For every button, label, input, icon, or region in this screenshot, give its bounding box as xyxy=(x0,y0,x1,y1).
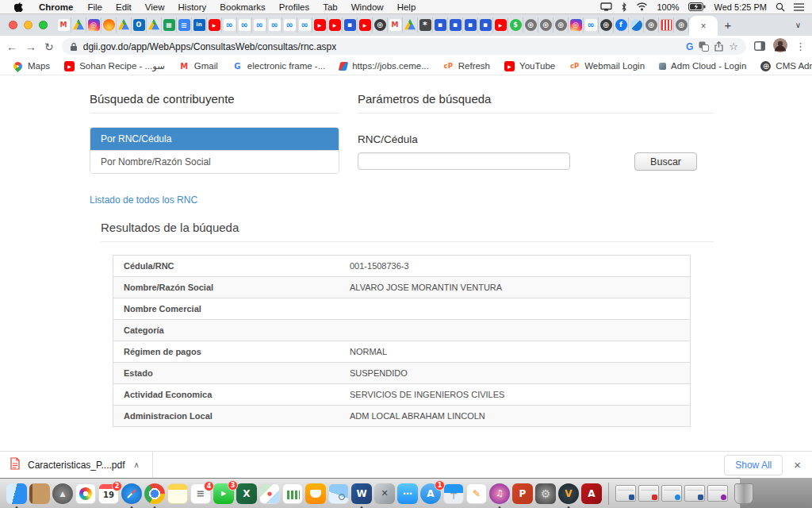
minimized-window-itunes-window[interactable] xyxy=(707,485,728,502)
bookmark-youtube[interactable]: Sohan Recipe - ...سو xyxy=(58,59,171,73)
browser-tab-bluewave[interactable] xyxy=(629,17,644,33)
dock-icon-chrome[interactable] xyxy=(144,483,165,504)
browser-tab-globe[interactable] xyxy=(674,17,689,33)
display-mirroring-icon[interactable] xyxy=(600,2,612,11)
menu-item-History[interactable]: History xyxy=(178,2,207,12)
apple-icon[interactable] xyxy=(14,2,23,12)
menu-item-Tab[interactable]: Tab xyxy=(323,2,338,12)
search-type-option[interactable]: Por RNC/Cédula xyxy=(90,128,339,150)
browser-tab-linkedin[interactable] xyxy=(192,17,207,33)
lock-icon[interactable] xyxy=(70,42,78,52)
minimized-window-word-doc[interactable] xyxy=(615,485,636,502)
browser-tab-bluesq[interactable] xyxy=(478,17,493,33)
dock-icon-vault[interactable]: V xyxy=(558,483,579,504)
menu-item-Profiles[interactable]: Profiles xyxy=(279,2,309,12)
dock-icon-system-preferences[interactable] xyxy=(535,483,556,504)
browser-tab-gear[interactable] xyxy=(418,17,433,33)
search-type-option[interactable]: Por Nombre/Razón Social xyxy=(90,150,339,173)
browser-tab-stripes[interactable] xyxy=(659,17,674,33)
new-tab-button[interactable]: + xyxy=(718,14,738,35)
close-download-bar-icon[interactable]: × xyxy=(794,459,801,471)
menu-item-Help[interactable]: Help xyxy=(397,2,416,12)
battery-charging-icon[interactable] xyxy=(688,2,706,11)
dock-icon-itunes[interactable] xyxy=(489,483,510,504)
browser-tab-gmail[interactable] xyxy=(56,17,71,33)
dock-icon-maps[interactable] xyxy=(259,483,280,504)
browser-tab-docs[interactable] xyxy=(177,17,192,33)
back-button[interactable]: ← xyxy=(6,41,17,52)
dock-icon-ibooks[interactable] xyxy=(305,483,326,504)
reload-button[interactable]: ↻ xyxy=(44,41,54,52)
browser-tab-youtube[interactable] xyxy=(207,17,222,33)
dock-icon-calendar[interactable]: 19 2 xyxy=(98,483,119,504)
listado-rnc-link[interactable]: Listado de todos los RNC xyxy=(90,194,197,206)
dock-icon-preview[interactable] xyxy=(328,483,349,504)
translate-icon[interactable] xyxy=(699,41,709,52)
bookmark-star-icon[interactable]: ☆ xyxy=(729,40,738,52)
bookmark-maps-pin[interactable]: Maps xyxy=(6,60,56,73)
browser-tab-youtube[interactable] xyxy=(312,17,327,33)
menu-item-File[interactable]: File xyxy=(87,2,102,12)
dock-icon-acrobat[interactable]: A xyxy=(581,483,602,504)
share-icon[interactable] xyxy=(714,41,723,52)
bookmark-gmail[interactable]: Gmail xyxy=(173,60,224,73)
active-tab[interactable]: × xyxy=(689,16,718,36)
bookmark-google[interactable]: electronic frame -... xyxy=(226,60,331,73)
rnc-input[interactable] xyxy=(358,152,570,170)
dock-icon-finder[interactable] xyxy=(6,483,27,504)
spotlight-search-icon[interactable] xyxy=(776,2,785,12)
bookmark-jobs[interactable]: https://jobs.ceme... xyxy=(333,60,435,72)
bookmark-youtube[interactable]: YouTube xyxy=(498,60,561,73)
dock-icon-pages[interactable] xyxy=(466,483,487,504)
browser-tab-flame[interactable] xyxy=(102,17,117,33)
dock-icon-safari[interactable] xyxy=(121,483,142,504)
browser-tab-globe[interactable] xyxy=(523,17,538,33)
minimized-window-acrobat-doc[interactable] xyxy=(638,485,659,502)
browser-tab-bluesq[interactable] xyxy=(433,17,448,33)
dock-icon-messages[interactable] xyxy=(397,483,418,504)
menu-item-Window[interactable]: Window xyxy=(351,2,384,12)
active-app-name[interactable]: Chrome xyxy=(39,2,73,12)
menu-item-Bookmarks[interactable]: Bookmarks xyxy=(220,2,266,12)
bookmark-cpanel[interactable]: Refresh xyxy=(437,60,496,73)
browser-tab-bluesq[interactable] xyxy=(448,17,463,33)
dock-icon-reminders[interactable]: 4 xyxy=(190,483,211,504)
dock-icon-word[interactable]: W xyxy=(351,483,372,504)
dock-icon-utilities[interactable] xyxy=(374,483,395,504)
dock-icon-powerpoint[interactable]: P xyxy=(512,483,533,504)
bookmark-cpanel[interactable]: Webmail Login xyxy=(563,60,651,73)
menu-item-Edit[interactable]: Edit xyxy=(116,2,132,12)
tab-search-chevron-icon[interactable]: ∨ xyxy=(795,21,801,29)
zoom-window-button[interactable] xyxy=(39,21,48,29)
dock-icon-launchpad[interactable] xyxy=(52,483,73,504)
browser-tab-meta[interactable] xyxy=(584,17,599,33)
browser-tab-drive[interactable] xyxy=(403,17,418,33)
dock-icon-numbers[interactable] xyxy=(282,483,303,504)
browser-tab-outlook[interactable] xyxy=(132,17,147,33)
google-icon[interactable]: G xyxy=(686,41,693,52)
trash-icon[interactable] xyxy=(734,483,753,504)
browser-tab-youtube[interactable] xyxy=(493,17,508,33)
side-panel-icon[interactable] xyxy=(754,40,765,54)
browser-tab-drive[interactable] xyxy=(147,17,162,33)
browser-tab-instagram[interactable] xyxy=(569,17,584,33)
browser-tab-meta[interactable] xyxy=(267,17,282,33)
bookmark-adm[interactable]: Adm Cloud - Login xyxy=(653,60,753,72)
profile-avatar[interactable] xyxy=(773,38,787,56)
forward-button[interactable]: → xyxy=(25,41,36,52)
dock-icon-contacts[interactable] xyxy=(29,483,50,504)
wifi-icon[interactable] xyxy=(636,2,648,11)
browser-tab-darkglobe[interactable] xyxy=(373,17,388,33)
chevron-up-icon[interactable]: ∧ xyxy=(134,460,140,469)
bookmark-globe[interactable]: CMS Admin by Bit... xyxy=(754,60,812,73)
browser-tab-bluesq[interactable] xyxy=(343,17,358,33)
close-window-button[interactable] xyxy=(9,21,17,29)
browser-tab-globe[interactable] xyxy=(538,17,553,33)
minimize-window-button[interactable] xyxy=(24,21,33,29)
browser-tab-meta[interactable] xyxy=(297,17,312,33)
browser-tab-facebook[interactable] xyxy=(614,17,629,33)
buscar-button[interactable]: Buscar xyxy=(634,152,697,171)
dock-icon-excel[interactable]: X xyxy=(236,483,257,504)
browser-tab-darkglobe[interactable] xyxy=(599,17,614,33)
dock-icon-facetime[interactable]: 3 xyxy=(213,483,234,504)
